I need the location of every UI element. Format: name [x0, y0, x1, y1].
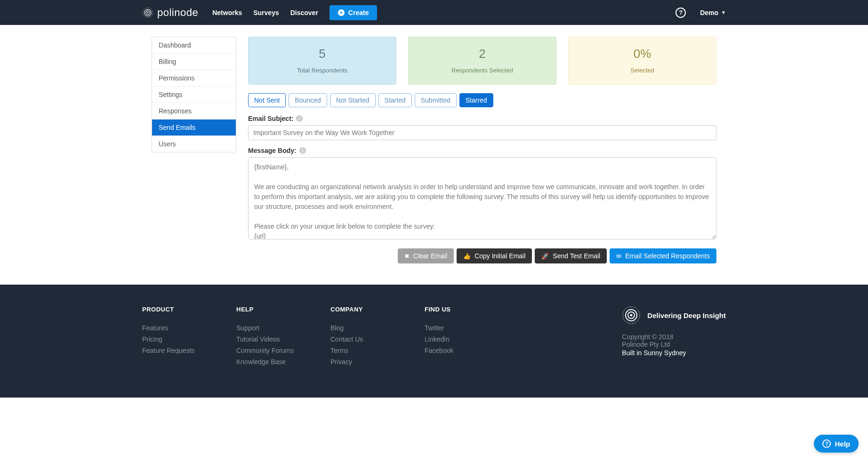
stat-value: 2 [413, 47, 551, 61]
footer: PRODUCT Features Pricing Feature Request… [0, 285, 868, 398]
clear-icon: ✖ [404, 253, 410, 260]
email-selected-button[interactable]: ✉ Email Selected Respondents [610, 248, 716, 263]
clear-email-button[interactable]: ✖ Clear Email [398, 248, 454, 263]
filter-tab-starred[interactable]: Starred [459, 93, 493, 107]
subject-input[interactable] [248, 125, 716, 140]
sidebar-item-dashboard[interactable]: Dashboard [152, 37, 236, 54]
stat-value: 5 [253, 47, 391, 61]
body-textarea[interactable] [248, 157, 716, 239]
brand-logo[interactable]: polinode [142, 7, 198, 19]
footer-link[interactable]: Tutorial Videos [236, 335, 302, 343]
send-label: Email Selected Respondents [625, 252, 710, 260]
rocket-icon: 🚀 [541, 253, 549, 260]
footer-link[interactable]: Blog [330, 324, 396, 332]
filter-row: Not SentBouncedNot StartedStartedSubmitt… [248, 93, 716, 107]
stat-label: Selected [573, 67, 711, 74]
footer-link[interactable]: Features [142, 324, 208, 332]
topbar: polinode Networks Surveys Discover + Cre… [0, 0, 868, 25]
nav-surveys[interactable]: Surveys [253, 9, 279, 16]
footer-logo-icon [622, 306, 641, 325]
copy-icon: 👍 [463, 253, 471, 260]
sidebar-item-billing[interactable]: Billing [152, 54, 236, 70]
test-label: Send Test Email [553, 252, 600, 260]
footer-link[interactable]: Knowledge Base [236, 358, 302, 366]
info-icon[interactable]: i [296, 115, 303, 122]
stat-label: Total Respondents [253, 67, 391, 74]
nav-networks[interactable]: Networks [212, 9, 242, 16]
logo-icon [142, 7, 153, 18]
footer-link[interactable]: LinkedIn [425, 335, 490, 343]
footer-link[interactable]: Terms [330, 347, 396, 354]
copy-label: Copy Initial Email [474, 252, 525, 260]
footer-copyright: Copyright © 2018 [622, 333, 726, 341]
nav-discover[interactable]: Discover [290, 9, 318, 16]
stat-card: 0%Selected [568, 37, 716, 85]
filter-tab-not-started[interactable]: Not Started [330, 93, 376, 107]
body-label-row: Message Body: i [248, 147, 716, 154]
sidebar-item-permissions[interactable]: Permissions [152, 70, 236, 87]
create-label: Create [348, 9, 369, 16]
footer-link[interactable]: Pricing [142, 335, 208, 343]
footer-link[interactable]: Support [236, 324, 302, 332]
footer-tagline: Delivering Deep Insight [647, 311, 726, 319]
info-icon[interactable]: i [299, 147, 306, 154]
filter-tab-not-sent[interactable]: Not Sent [248, 93, 286, 107]
sidebar: DashboardBillingPermissionsSettingsRespo… [152, 37, 236, 152]
brand-name: polinode [157, 7, 198, 19]
chevron-down-icon: ▼ [721, 10, 726, 15]
sidebar-item-users[interactable]: Users [152, 136, 236, 152]
subject-label: Email Subject: [248, 115, 293, 122]
copy-initial-button[interactable]: 👍 Copy Initial Email [457, 248, 532, 263]
footer-find-heading: FIND US [425, 306, 490, 313]
plus-icon: + [338, 9, 345, 16]
footer-link[interactable]: Feature Requests [142, 347, 208, 354]
footer-built: Built in Sunny Sydney [622, 349, 726, 357]
body-label: Message Body: [248, 147, 297, 154]
footer-company-heading: COMPANY [330, 306, 396, 313]
footer-help-heading: HELP [236, 306, 302, 313]
stat-value: 0% [573, 47, 711, 61]
stat-card: 5Total Respondents [248, 37, 396, 85]
filter-tab-bounced[interactable]: Bounced [289, 93, 327, 107]
stat-label: Respondents Selected [413, 67, 551, 74]
stat-card: 2Respondents Selected [408, 37, 556, 85]
create-button[interactable]: + Create [330, 5, 378, 20]
footer-company-name: Polinode Pty Ltd [622, 341, 726, 348]
footer-product-heading: PRODUCT [142, 306, 208, 313]
sidebar-item-settings[interactable]: Settings [152, 87, 236, 103]
user-menu[interactable]: Demo ▼ [700, 9, 726, 16]
stat-row: 5Total Respondents2Respondents Selected0… [248, 37, 716, 85]
footer-link[interactable]: Contact Us [330, 335, 396, 343]
filter-tab-submitted[interactable]: Submitted [415, 93, 457, 107]
filter-tab-started[interactable]: Started [378, 93, 412, 107]
sidebar-item-responses[interactable]: Responses [152, 103, 236, 119]
mail-icon: ✉ [616, 253, 621, 260]
send-test-button[interactable]: 🚀 Send Test Email [535, 248, 607, 263]
footer-link[interactable]: Twitter [425, 324, 490, 332]
user-name: Demo [700, 9, 718, 16]
clear-label: Clear Email [413, 252, 447, 260]
footer-link[interactable]: Facebook [425, 347, 490, 354]
sidebar-item-send-emails[interactable]: Send Emails [152, 119, 236, 136]
help-icon[interactable]: ? [675, 8, 686, 18]
footer-link[interactable]: Privacy [330, 358, 396, 366]
svg-point-7 [630, 314, 633, 317]
footer-link[interactable]: Community Forums [236, 347, 302, 354]
svg-point-3 [147, 12, 149, 13]
subject-label-row: Email Subject: i [248, 115, 716, 122]
